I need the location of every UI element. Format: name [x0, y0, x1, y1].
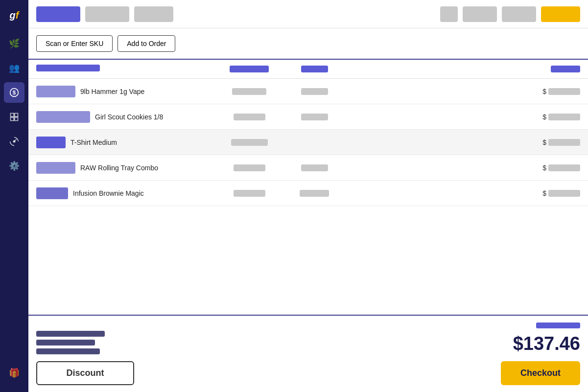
svg-rect-3 — [15, 114, 18, 117]
topbar-btn-yellow[interactable] — [541, 6, 580, 22]
discount-button[interactable]: Discount — [36, 361, 134, 385]
dollar-sign: $ — [542, 88, 546, 95]
row-total — [548, 114, 580, 120]
row-price-each — [301, 88, 328, 95]
checkout-button[interactable]: Checkout — [501, 361, 580, 385]
product-name: RAW Rolling Tray Combo — [80, 164, 158, 172]
footer-actions: Discount Checkout — [36, 361, 580, 385]
svg-rect-5 — [15, 117, 18, 121]
table-row[interactable]: RAW Rolling Tray Combo $ — [28, 155, 588, 181]
svg-point-7 — [13, 140, 15, 142]
header-qty — [230, 66, 269, 72]
order-table: 9lb Hammer 1g Vape $ Girl Scout Cookies … — [28, 60, 588, 315]
main-content: Scan or Enter SKU Add to Order 9lb H — [28, 0, 588, 392]
row-total — [548, 190, 580, 197]
topbar-btn-2[interactable] — [85, 6, 129, 22]
sidebar-item-dollar[interactable]: $ — [4, 82, 24, 103]
row-price-each — [301, 164, 328, 171]
row-total — [548, 88, 580, 95]
topbar-btn-sm2[interactable] — [463, 6, 497, 22]
row-qty — [234, 190, 265, 197]
product-tag — [36, 187, 68, 199]
actionbar: Scan or Enter SKU Add to Order — [28, 28, 588, 60]
sidebar-item-people[interactable]: 👥 — [4, 58, 24, 78]
row-price-each — [300, 190, 329, 197]
dollar-sign: $ — [542, 189, 546, 197]
product-tag — [36, 111, 90, 123]
topbar-btn-sm3[interactable] — [502, 6, 536, 22]
header-total — [551, 66, 580, 72]
sidebar-item-cube[interactable] — [4, 107, 24, 127]
table-row[interactable]: Girl Scout Cookies 1/8 $ — [28, 104, 588, 130]
svg-rect-2 — [11, 114, 14, 117]
header-price — [301, 66, 328, 72]
product-name: 9lb Hammer 1g Vape — [80, 88, 144, 95]
footer-line-1 — [36, 331, 105, 337]
row-qty — [232, 88, 266, 95]
row-total — [548, 139, 580, 146]
product-tag — [36, 162, 75, 174]
row-total — [548, 164, 580, 171]
topbar-btn-1[interactable] — [36, 6, 80, 22]
footer-line-3 — [36, 348, 100, 354]
footer-line-2 — [36, 340, 95, 346]
row-qty — [234, 114, 265, 120]
order-total: $137.46 — [513, 333, 580, 354]
dollar-sign: $ — [542, 113, 546, 121]
row-qty — [231, 139, 268, 146]
svg-rect-4 — [11, 117, 14, 121]
row-price-each — [301, 114, 328, 120]
table-row[interactable]: Infusion Brownie Magic $ — [28, 181, 588, 206]
row-qty — [234, 164, 265, 171]
sidebar-item-settings[interactable]: ⚙️ — [4, 156, 24, 176]
footer: $137.46 Discount Checkout — [28, 315, 588, 392]
add-to-order-button[interactable]: Add to Order — [118, 35, 175, 52]
product-name: Infusion Brownie Magic — [73, 189, 144, 197]
topbar-btn-sm1[interactable] — [440, 6, 458, 22]
table-header — [28, 60, 588, 79]
app-logo: gf — [4, 5, 24, 25]
sidebar-item-leaf[interactable]: 🌿 — [4, 33, 24, 54]
product-tag — [36, 137, 66, 148]
table-row[interactable]: T-Shirt Medium $ — [28, 130, 588, 155]
header-product — [36, 65, 100, 71]
svg-text:$: $ — [13, 89, 16, 95]
dollar-sign: $ — [542, 138, 546, 146]
sidebar: gf 🌿 👥 $ ⚙️ 🎁 — [0, 0, 28, 392]
product-tag — [36, 86, 75, 97]
sidebar-item-chart[interactable] — [4, 131, 24, 152]
scan-sku-button[interactable]: Scan or Enter SKU — [36, 35, 113, 52]
table-row[interactable]: 9lb Hammer 1g Vape $ — [28, 79, 588, 104]
product-name: Girl Scout Cookies 1/8 — [95, 113, 163, 121]
dollar-sign: $ — [542, 164, 546, 172]
footer-summary-lines — [36, 331, 105, 354]
sidebar-item-gift[interactable]: 🎁 — [4, 363, 24, 383]
topbar — [28, 0, 588, 28]
topbar-btn-3[interactable] — [134, 6, 173, 22]
product-name: T-Shirt Medium — [71, 138, 117, 146]
footer-total-bar — [536, 323, 580, 328]
